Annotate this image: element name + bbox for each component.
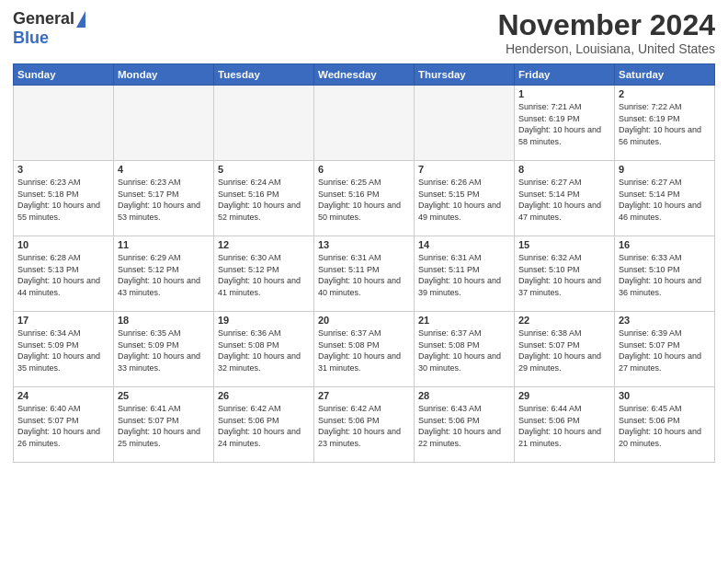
- calendar-header-monday: Monday: [114, 64, 214, 86]
- location: Henderson, Louisiana, United States: [497, 41, 715, 56]
- calendar-header-thursday: Thursday: [415, 64, 515, 86]
- day-number: 16: [619, 239, 711, 250]
- calendar-cell: 17Sunrise: 6:34 AMSunset: 5:09 PMDayligh…: [14, 312, 114, 387]
- day-info: Sunrise: 6:37 AMSunset: 5:08 PMDaylight:…: [318, 327, 410, 373]
- calendar-cell: 26Sunrise: 6:42 AMSunset: 5:06 PMDayligh…: [214, 387, 314, 463]
- calendar-cell: 22Sunrise: 6:38 AMSunset: 5:07 PMDayligh…: [515, 312, 615, 387]
- day-number: 11: [118, 239, 210, 250]
- day-info: Sunrise: 6:42 AMSunset: 5:06 PMDaylight:…: [318, 403, 410, 449]
- header: General Blue November 2024 Henderson, Lo…: [13, 9, 715, 56]
- calendar-cell: 7Sunrise: 6:26 AMSunset: 5:15 PMDaylight…: [415, 161, 515, 236]
- calendar-header-wednesday: Wednesday: [314, 64, 415, 86]
- calendar-cell: 28Sunrise: 6:43 AMSunset: 5:06 PMDayligh…: [415, 387, 515, 463]
- calendar-cell: 1Sunrise: 7:21 AMSunset: 6:19 PMDaylight…: [515, 86, 615, 161]
- calendar-week-1: 1Sunrise: 7:21 AMSunset: 6:19 PMDaylight…: [14, 86, 715, 161]
- day-number: 23: [619, 315, 711, 326]
- day-number: 8: [518, 164, 610, 175]
- calendar-cell: 21Sunrise: 6:37 AMSunset: 5:08 PMDayligh…: [415, 312, 515, 387]
- calendar-cell: 8Sunrise: 6:27 AMSunset: 5:14 PMDaylight…: [515, 161, 615, 236]
- day-info: Sunrise: 6:45 AMSunset: 5:06 PMDaylight:…: [619, 403, 711, 449]
- calendar-cell: 23Sunrise: 6:39 AMSunset: 5:07 PMDayligh…: [615, 312, 715, 387]
- day-info: Sunrise: 6:40 AMSunset: 5:07 PMDaylight:…: [17, 403, 109, 449]
- day-number: 28: [418, 390, 510, 401]
- day-number: 26: [218, 390, 310, 401]
- calendar-container: General Blue November 2024 Henderson, Lo…: [0, 0, 728, 563]
- day-number: 15: [518, 239, 610, 250]
- day-number: 29: [518, 390, 610, 401]
- calendar-cell: 15Sunrise: 6:32 AMSunset: 5:10 PMDayligh…: [515, 236, 615, 312]
- day-info: Sunrise: 6:44 AMSunset: 5:06 PMDaylight:…: [518, 403, 610, 449]
- day-info: Sunrise: 6:43 AMSunset: 5:06 PMDaylight:…: [418, 403, 510, 449]
- day-number: 21: [418, 315, 510, 326]
- day-info: Sunrise: 6:29 AMSunset: 5:12 PMDaylight:…: [118, 252, 210, 298]
- calendar-cell: [14, 86, 114, 161]
- day-info: Sunrise: 6:38 AMSunset: 5:07 PMDaylight:…: [518, 327, 610, 373]
- day-number: 6: [318, 164, 410, 175]
- calendar-cell: 2Sunrise: 7:22 AMSunset: 6:19 PMDaylight…: [615, 86, 715, 161]
- calendar-cell: 27Sunrise: 6:42 AMSunset: 5:06 PMDayligh…: [314, 387, 415, 463]
- day-number: 17: [17, 315, 109, 326]
- day-info: Sunrise: 6:23 AMSunset: 5:18 PMDaylight:…: [17, 177, 109, 223]
- calendar-cell: 10Sunrise: 6:28 AMSunset: 5:13 PMDayligh…: [14, 236, 114, 312]
- calendar-cell: 24Sunrise: 6:40 AMSunset: 5:07 PMDayligh…: [14, 387, 114, 463]
- calendar-header-friday: Friday: [515, 64, 615, 86]
- calendar-cell: [415, 86, 515, 161]
- day-info: Sunrise: 6:34 AMSunset: 5:09 PMDaylight:…: [17, 327, 109, 373]
- calendar-cell: 20Sunrise: 6:37 AMSunset: 5:08 PMDayligh…: [314, 312, 415, 387]
- day-number: 19: [218, 315, 310, 326]
- day-info: Sunrise: 6:28 AMSunset: 5:13 PMDaylight:…: [17, 252, 109, 298]
- calendar-cell: 13Sunrise: 6:31 AMSunset: 5:11 PMDayligh…: [314, 236, 415, 312]
- calendar-cell: 29Sunrise: 6:44 AMSunset: 5:06 PMDayligh…: [515, 387, 615, 463]
- day-number: 12: [218, 239, 310, 250]
- logo-triangle-icon: [76, 11, 85, 28]
- calendar-cell: 6Sunrise: 6:25 AMSunset: 5:16 PMDaylight…: [314, 161, 415, 236]
- day-number: 24: [17, 390, 109, 401]
- logo-general-text: General: [13, 9, 74, 29]
- day-info: Sunrise: 6:36 AMSunset: 5:08 PMDaylight:…: [218, 327, 310, 373]
- calendar-header-row: SundayMondayTuesdayWednesdayThursdayFrid…: [14, 64, 715, 86]
- day-info: Sunrise: 6:27 AMSunset: 5:14 PMDaylight:…: [518, 177, 610, 223]
- day-number: 5: [218, 164, 310, 175]
- day-info: Sunrise: 6:26 AMSunset: 5:15 PMDaylight:…: [418, 177, 510, 223]
- calendar-cell: [114, 86, 214, 161]
- day-number: 7: [418, 164, 510, 175]
- calendar-cell: 3Sunrise: 6:23 AMSunset: 5:18 PMDaylight…: [14, 161, 114, 236]
- day-info: Sunrise: 7:21 AMSunset: 6:19 PMDaylight:…: [518, 101, 610, 147]
- day-number: 10: [17, 239, 109, 250]
- calendar-cell: [214, 86, 314, 161]
- day-info: Sunrise: 6:24 AMSunset: 5:16 PMDaylight:…: [218, 177, 310, 223]
- logo: General Blue: [13, 9, 85, 48]
- calendar-week-2: 3Sunrise: 6:23 AMSunset: 5:18 PMDaylight…: [14, 161, 715, 236]
- logo-blue-text: Blue: [13, 29, 49, 48]
- calendar-header-sunday: Sunday: [14, 64, 114, 86]
- day-info: Sunrise: 6:42 AMSunset: 5:06 PMDaylight:…: [218, 403, 310, 449]
- day-info: Sunrise: 6:32 AMSunset: 5:10 PMDaylight:…: [518, 252, 610, 298]
- calendar-cell: 12Sunrise: 6:30 AMSunset: 5:12 PMDayligh…: [214, 236, 314, 312]
- day-info: Sunrise: 7:22 AMSunset: 6:19 PMDaylight:…: [619, 101, 711, 147]
- day-info: Sunrise: 6:37 AMSunset: 5:08 PMDaylight:…: [418, 327, 510, 373]
- day-info: Sunrise: 6:33 AMSunset: 5:10 PMDaylight:…: [619, 252, 711, 298]
- title-block: November 2024 Henderson, Louisiana, Unit…: [497, 9, 715, 56]
- day-number: 4: [118, 164, 210, 175]
- calendar-cell: 14Sunrise: 6:31 AMSunset: 5:11 PMDayligh…: [415, 236, 515, 312]
- day-info: Sunrise: 6:39 AMSunset: 5:07 PMDaylight:…: [619, 327, 711, 373]
- day-number: 3: [17, 164, 109, 175]
- calendar-cell: 19Sunrise: 6:36 AMSunset: 5:08 PMDayligh…: [214, 312, 314, 387]
- calendar-header-tuesday: Tuesday: [214, 64, 314, 86]
- day-number: 9: [619, 164, 711, 175]
- day-number: 20: [318, 315, 410, 326]
- day-number: 30: [619, 390, 711, 401]
- day-info: Sunrise: 6:27 AMSunset: 5:14 PMDaylight:…: [619, 177, 711, 223]
- day-number: 1: [518, 88, 610, 99]
- day-number: 13: [318, 239, 410, 250]
- day-info: Sunrise: 6:25 AMSunset: 5:16 PMDaylight:…: [318, 177, 410, 223]
- day-number: 22: [518, 315, 610, 326]
- day-number: 2: [619, 88, 711, 99]
- calendar-cell: 16Sunrise: 6:33 AMSunset: 5:10 PMDayligh…: [615, 236, 715, 312]
- calendar-cell: 25Sunrise: 6:41 AMSunset: 5:07 PMDayligh…: [114, 387, 214, 463]
- calendar-cell: 18Sunrise: 6:35 AMSunset: 5:09 PMDayligh…: [114, 312, 214, 387]
- day-info: Sunrise: 6:41 AMSunset: 5:07 PMDaylight:…: [118, 403, 210, 449]
- calendar-week-4: 17Sunrise: 6:34 AMSunset: 5:09 PMDayligh…: [14, 312, 715, 387]
- calendar-cell: [314, 86, 415, 161]
- month-title: November 2024: [497, 9, 715, 41]
